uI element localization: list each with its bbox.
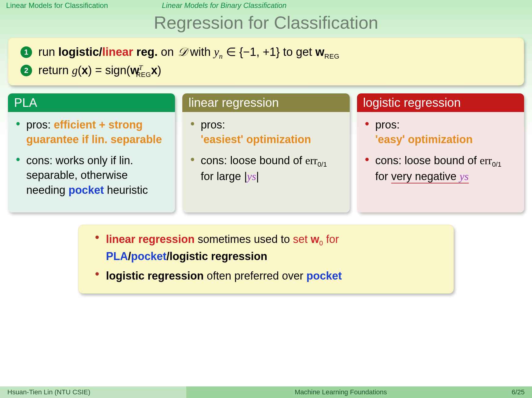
breadcrumb-section: Linear Models for Classification [6,1,162,10]
text-pla: PLA [106,250,128,262]
math-g: g [72,64,78,77]
footer-course: Machine Learning Foundations [186,386,495,398]
breadcrumbs: Linear Models for Classification Linear … [0,0,532,10]
math-sub-reg: REG [324,52,339,60]
pros-text: 'easiest' optimization [201,133,311,146]
slide-title: Regression for Classification [0,12,532,33]
breadcrumb-subsection: Linear Models for Binary Classification [162,1,286,10]
text: on [158,45,177,58]
text: sometimes used to [195,233,293,245]
text: for large | [201,170,247,183]
label: cons: [26,154,56,167]
math-sub: 0/1 [318,161,327,168]
text: for [323,233,339,245]
math-sub: 0/1 [492,161,501,168]
card-linear-regression: linear regression pros: 'easiest' optimi… [182,93,349,212]
footer: Hsuan-Tien Lin (NTU CSIE) Machine Learni… [0,386,532,398]
card-body: pros: 'easy' optimization cons: loose bo… [357,112,524,212]
text: / [128,250,131,262]
math-D: 𝒟 [177,45,187,58]
cards-row: PLA pros: efficient + strong guarantee i… [8,93,524,212]
text: | [256,170,259,183]
card-body: pros: 'easiest' optimization cons: loose… [182,112,349,212]
text-pocket: pocket [68,184,104,196]
text-linreg: linear regression [106,233,195,245]
text-pocket: pocket [131,250,166,262]
math-sup-T: T [139,63,143,71]
math-err: err [480,154,492,167]
text: / [99,45,102,58]
math-y: y [214,45,219,58]
label: pros: [201,118,225,131]
text: loose bound of [230,154,305,167]
list-item: linear regression sometimes used to set … [95,231,441,265]
card-logistic-regression: logistic regression pros: 'easy' optimiz… [357,93,524,212]
text: ) [158,64,162,77]
label: pros: [375,118,400,131]
list-item: pros: 'easiest' optimization [201,118,342,147]
text: loose bound of [405,154,480,167]
text: return [38,64,72,77]
algo-step-2: 2 return g(x) = sign(wTREGx) [20,62,513,80]
math-w: w [315,45,324,58]
list-item: cons: loose bound of err0/1 for very neg… [375,153,517,184]
text: very negative [391,170,460,183]
text: for [375,170,391,183]
list-item: pros: efficient + strong guarantee if li… [26,118,168,147]
math-w: w [311,233,319,245]
text: ( [78,64,82,77]
label: cons: [201,154,230,167]
text: heuristic [104,184,148,196]
algo-step-1: 1 run logistic/linear reg. on 𝒟 with yn … [20,43,513,62]
pros-text: 'easy' optimization [375,133,473,146]
text: ∈ {−1, +1} to get [223,45,315,58]
math-err: err [305,154,318,167]
text: set [293,233,311,245]
label: pros: [26,118,54,131]
list-item: cons: loose bound of err0/1 for large |y… [201,153,342,184]
list-item: cons: works only if lin. separable, othe… [26,153,168,198]
card-title: PLA [8,93,175,112]
text: with [187,45,214,58]
step-number-icon: 1 [20,46,32,58]
footer-author: Hsuan-Tien Lin (NTU CSIE) [0,386,186,398]
card-pla: PLA pros: efficient + strong guarantee i… [8,93,175,212]
label: cons: [375,154,405,167]
math-x: x [82,64,88,77]
text-logreg: logistic regression [169,250,267,262]
text-logreg: logistic regression [106,270,204,282]
footer-page: 6/25 [495,386,532,398]
math-ys: ys [460,170,469,183]
text: often preferred over [204,270,306,282]
math-ys: ys [247,170,256,183]
card-body: pros: efficient + strong guarantee if li… [8,112,175,212]
text: run [38,45,58,58]
text-logistic: logistic [58,45,99,58]
text: / [166,250,169,262]
summary-box: linear regression sometimes used to set … [78,225,454,294]
text-linear: linear [102,45,133,58]
text: ) = sign( [88,64,130,77]
math-sub-n: n [219,52,223,60]
algorithm-box: 1 run logistic/linear reg. on 𝒟 with yn … [8,38,524,85]
text: reg. [133,45,158,58]
math-x: x [151,64,157,77]
math-sub-0: 0 [319,239,323,247]
card-title: linear regression [182,93,349,112]
step-number-icon: 2 [20,65,32,76]
list-item: pros: 'easy' optimization [375,118,517,147]
card-title: logistic regression [357,93,524,112]
math-sub-reg: REG [136,71,151,78]
text-pocket: pocket [306,270,342,282]
list-item: logistic regression often preferred over… [95,268,441,284]
